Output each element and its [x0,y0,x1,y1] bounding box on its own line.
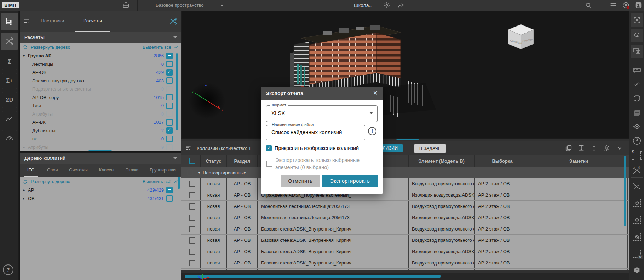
table-row[interactable]: новая АР - ОВ Ограждение:ADSK_Поручень н… [181,189,629,201]
row-checkbox[interactable] [189,181,195,187]
tree-row[interactable]: вк 0 [20,135,181,143]
select-all-button[interactable]: Выделить всё [143,179,171,184]
tree-row[interactable]: Тест 0 [20,101,181,110]
tree-row-checkbox[interactable] [166,195,173,202]
tree-arrow-icon[interactable]: ▾ [23,54,28,58]
chart-button[interactable] [2,111,17,127]
solid-mode-button[interactable] [631,264,643,276]
tree-row-checkbox[interactable] [166,53,173,59]
table-row[interactable]: новая АР - ОВ Монолитная лестница:Лестни… [181,201,629,212]
group-caret-icon[interactable]: ▾ [198,171,200,175]
app-logo[interactable]: BiMiT [2,2,19,8]
table-resize-handle[interactable] [396,139,419,140]
user-avatar-icon[interactable] [634,1,642,9]
tree-row[interactable]: Атрибуты 0 [20,110,181,118]
tab-storeys[interactable]: Этажи [123,164,141,177]
tab-calculations[interactable]: Расчеты [75,11,110,32]
search-icon[interactable] [585,1,592,9]
attach-images-option[interactable]: Прикрепить изображения коллизий [266,145,359,151]
hide-collision-button[interactable] [631,181,643,192]
floorplan-button[interactable] [631,107,643,118]
tree-row[interactable]: АР-ОВ_copy 1015 [20,93,181,102]
panel-menu-icon[interactable] [23,17,31,25]
workspace-selector[interactable]: Базовое пространство [156,0,204,11]
format-select[interactable]: Формат XLSX [266,105,378,122]
tab-classes[interactable]: Классы [97,164,116,177]
cancel-button[interactable]: Отменить [281,175,320,187]
clash-flash-button[interactable] [631,78,643,90]
tree-row-checkbox[interactable] [166,127,173,134]
row-checkbox[interactable] [189,249,195,255]
row-checkbox[interactable] [189,215,195,221]
isolate-element-button[interactable] [631,197,643,209]
gear-icon[interactable] [383,1,391,9]
column-element-b[interactable]: Элемент (Модель B) [409,155,475,167]
column-status[interactable]: Статус [201,155,227,167]
table-row[interactable]: новая АР - ОВ Воздуховод прямоугольного … [181,178,629,189]
tree-row-checkbox[interactable] [166,119,173,126]
row-height-icon[interactable] [577,144,585,152]
tree-row[interactable]: ▸ АР 429/429 [20,186,181,194]
locate-button[interactable] [631,121,643,132]
fit-rows-icon[interactable] [590,144,598,152]
tree-row-checkbox[interactable] [166,111,173,117]
menu-list-icon[interactable] [609,1,617,9]
collision-tree-scrollbar[interactable] [178,177,180,189]
tree-row-checkbox[interactable] [166,61,173,67]
clear-selection-button[interactable]: ✕ [631,248,643,259]
hide-element-button[interactable] [631,231,643,243]
tree-row[interactable]: Элемент внутри другого 403 [20,77,181,85]
tab-settings[interactable]: Настройки [39,11,66,32]
table-row[interactable]: новая АР - ОВ Базовая стена:ADSK_Внутрен… [181,246,629,257]
in-task-button[interactable]: В ЗАДАЧЕ [414,144,446,153]
tree-row[interactable]: ▸ Атрибуты 9 [20,143,181,151]
info-icon[interactable]: ! [368,127,376,135]
tree-row[interactable]: ▾ Группа АР 2866 [20,52,181,60]
table-row[interactable]: новая АР - ОВ Базовая стена:ADSK_Внутрен… [181,235,629,246]
tree-row-checkbox[interactable] [166,187,173,193]
table-horizontal-scrollbar-track[interactable] [181,273,629,280]
expand-tree-button[interactable]: Развернуть дерево [31,179,70,184]
help-button[interactable]: ? [3,264,13,275]
group-checkbox[interactable] [187,169,193,176]
orbit-button[interactable] [631,279,643,280]
briefcase-icon[interactable] [122,1,130,9]
tree-row-checkbox[interactable] [166,144,173,150]
tree-row[interactable]: АР-ОВ 429 [20,68,181,77]
row-checkbox[interactable] [189,237,195,244]
match-collisions-icon[interactable] [169,17,178,25]
flag-button[interactable] [631,135,643,146]
gauge-button[interactable] [2,130,17,146]
copy-icon[interactable] [565,144,573,152]
expand-tree-icon[interactable] [23,45,27,50]
notifications-bell-icon[interactable] [622,1,630,9]
tree-row[interactable]: Дубликаты 2 [20,127,181,135]
tree-row[interactable]: ▸ ОВ 431/431 [20,194,181,203]
tab-systems[interactable]: Системы [67,164,90,177]
tree-row-checkbox[interactable] [166,77,173,84]
table-row[interactable]: новая АР - ОВ Базовая стена:ADSK_Внутрен… [181,257,629,269]
table-menu-icon[interactable] [185,144,192,152]
row-checkbox[interactable] [189,260,195,266]
table-group-row[interactable]: ▾ Неотсортированные [181,167,629,178]
tree-row[interactable]: Подозрительные элементы 0 [20,85,181,93]
tab-ifc[interactable]: IFC [24,164,38,177]
share-icon[interactable] [397,1,405,9]
calc-tree-scrollbar[interactable] [176,53,178,130]
selection-set-button[interactable]: S [631,150,643,161]
sum-button[interactable]: Σ [2,54,17,70]
table-row[interactable]: новая АР - ОВ Базовая стена:ADSK_Внутрен… [181,223,629,235]
tree-arrow-icon[interactable]: ▸ [23,197,28,200]
tree-row-checkbox[interactable] [166,94,173,100]
collisions-button[interactable] [1,33,18,50]
close-icon[interactable]: ✕ [373,89,378,97]
tree-row-checkbox[interactable] [166,103,173,109]
expand-tree-icon[interactable] [23,179,27,184]
measure-button[interactable] [631,64,643,76]
row-checkbox[interactable] [189,192,195,198]
column-notes[interactable]: Заметки [530,155,627,167]
environment-button[interactable] [631,29,643,42]
show-element-button[interactable] [631,214,643,226]
calc-section-header[interactable]: Расчеты [20,32,181,43]
fit-view-button[interactable] [631,13,643,27]
